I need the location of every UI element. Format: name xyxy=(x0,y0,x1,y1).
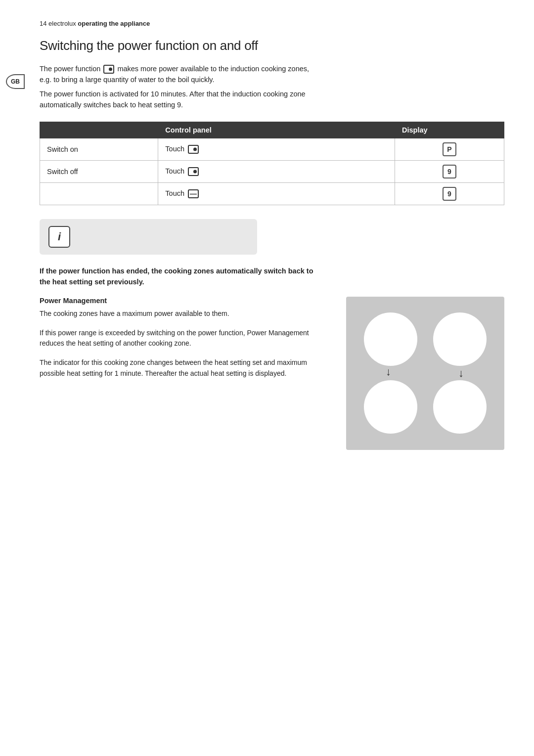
gb-tab: GB xyxy=(6,74,25,89)
pm-heading: Power Management xyxy=(40,297,326,305)
pm-body-3: The indicator for this cooking zone chan… xyxy=(40,357,326,379)
display-icon-9b: 9 xyxy=(443,187,456,201)
burner-top-left xyxy=(356,306,425,373)
power-button-icon-1 xyxy=(188,145,199,154)
arrows-right: ↓ xyxy=(458,368,464,379)
table-cell-control-3: Touch — xyxy=(158,182,395,205)
table-cell-control-2: Touch xyxy=(158,160,395,182)
info-icon: i xyxy=(48,226,70,248)
display-icon-9a: 9 xyxy=(443,165,456,178)
body-text-2: The power function is activated for 10 m… xyxy=(40,89,316,111)
table-header-display: Display xyxy=(395,122,504,138)
cooktop-diagram: ↓ ↓ xyxy=(346,297,504,450)
power-management-section: Power Management The cooking zones have … xyxy=(40,297,504,450)
bold-info-text: If the power function has ended, the coo… xyxy=(40,266,316,288)
table-cell-display-3: 9 xyxy=(395,182,504,205)
brand-name: electrolux xyxy=(48,20,78,27)
burner-circle-bl xyxy=(364,380,417,434)
page-number: 14 xyxy=(40,20,46,27)
page-header: 14 electrolux operating the appliance xyxy=(40,20,504,27)
arrow-down-right: ↓ xyxy=(458,368,464,379)
burner-circle-br xyxy=(433,380,487,434)
table-header-empty xyxy=(40,122,158,138)
pm-body-1: The cooking zones have a maximum power a… xyxy=(40,309,326,319)
info-box: i xyxy=(40,219,257,255)
power-button-icon-2 xyxy=(188,167,199,176)
body-text-1: The power function makes more power avai… xyxy=(40,63,316,86)
arrow-down-left: ↓ xyxy=(386,366,391,377)
touch-label-3: Touch xyxy=(165,189,184,197)
power-function-icon-inline xyxy=(103,65,114,74)
table-row: Switch off Touch 9 xyxy=(40,160,504,182)
table-cell-control-1: Touch xyxy=(158,138,395,160)
touch-label-1: Touch xyxy=(165,145,184,153)
info-letter: i xyxy=(58,230,61,243)
burner-top-right xyxy=(425,306,494,373)
table-cell-label-2: Switch off xyxy=(40,160,158,182)
page-wrapper: GB 14 electrolux operating the appliance… xyxy=(40,20,504,450)
display-icon-p: P xyxy=(443,142,456,156)
table-cell-display-1: P xyxy=(395,138,504,160)
burner-bottom-right xyxy=(425,373,494,441)
pm-body-2: If this power range is exceeded by switc… xyxy=(40,328,326,349)
section-title: operating the appliance xyxy=(78,20,150,27)
table-header-control: Control panel xyxy=(158,122,395,138)
arrows-left: ↓ xyxy=(386,366,391,380)
table-cell-label-3 xyxy=(40,182,158,205)
burner-circle-tr xyxy=(433,312,487,366)
table-row: Touch — 9 xyxy=(40,182,504,205)
main-heading: Switching the power function on and off xyxy=(40,38,504,53)
burner-bottom-left xyxy=(356,373,425,441)
table-row: Switch on Touch P xyxy=(40,138,504,160)
gb-label: GB xyxy=(11,78,20,85)
function-table: Control panel Display Switch on Touch P … xyxy=(40,122,504,205)
table-cell-label-1: Switch on xyxy=(40,138,158,160)
touch-label-2: Touch xyxy=(165,167,184,175)
dash-button-icon: — xyxy=(188,189,199,198)
burner-circle-tl xyxy=(364,312,417,366)
pm-text-block: Power Management The cooking zones have … xyxy=(40,297,326,379)
table-cell-display-2: 9 xyxy=(395,160,504,182)
